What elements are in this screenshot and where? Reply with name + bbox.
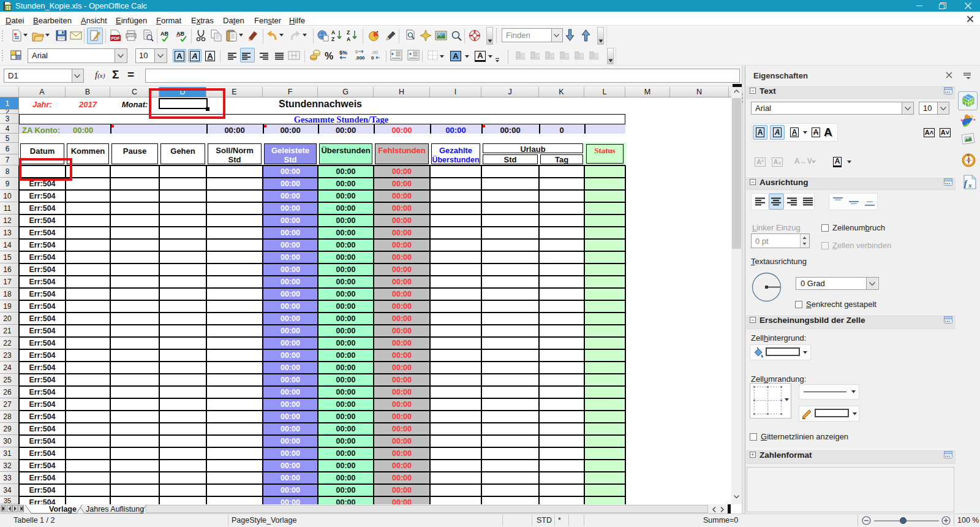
svg-text:$%: $%	[339, 50, 347, 56]
svg-text:x: x	[968, 181, 972, 189]
svg-text:AB: AB	[160, 31, 168, 37]
svg-text:0: 0	[355, 49, 358, 55]
svg-text:A: A	[331, 29, 335, 36]
svg-text:.00: .00	[371, 50, 379, 55]
svg-text:Z: Z	[331, 36, 334, 42]
svg-text:A: A	[347, 36, 350, 42]
svg-text:0: 0	[371, 55, 374, 61]
svg-text:PDF: PDF	[111, 36, 121, 40]
svg-text:Z: Z	[347, 29, 350, 36]
svg-text:N: N	[967, 153, 970, 157]
svg-text:.000: .000	[355, 55, 365, 61]
